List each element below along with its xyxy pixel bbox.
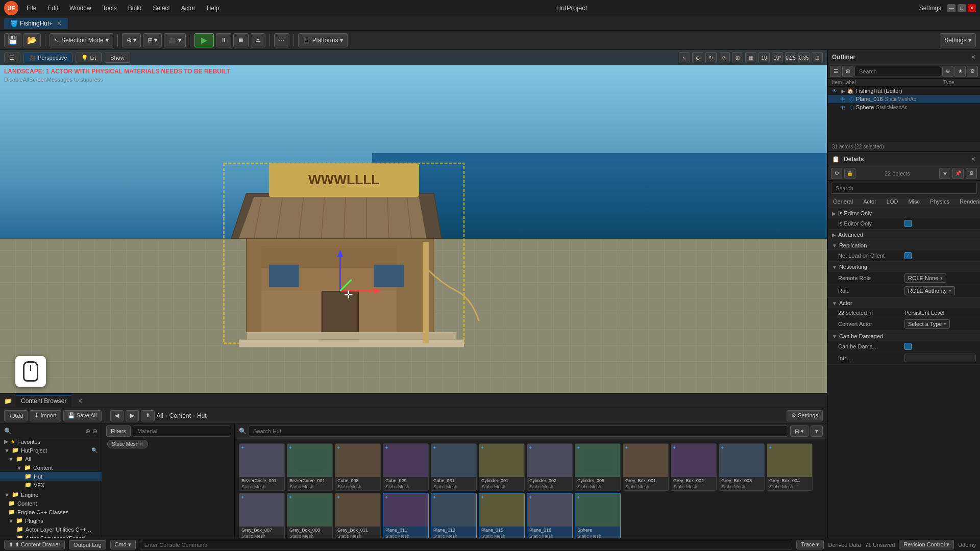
filter-tag-static-mesh[interactable]: Static Mesh ✕ bbox=[107, 440, 148, 448]
outliner-settings2-btn[interactable]: ⚙ bbox=[967, 66, 978, 77]
play-button[interactable]: ▶ bbox=[194, 33, 214, 47]
layout-btn[interactable]: ⊡ bbox=[812, 52, 823, 63]
rotate-btn[interactable]: ↻ bbox=[705, 52, 717, 63]
tab-rendering[interactable]: Rendering bbox=[954, 196, 980, 208]
section-can-damage-header[interactable]: ▼ Can be Damaged bbox=[828, 331, 980, 341]
tab-lod[interactable]: LOD bbox=[881, 196, 903, 208]
asset-item[interactable]: ✦ Cylinder_002 Static Mesh bbox=[527, 443, 573, 491]
outliner-settings-btn[interactable]: ☰ bbox=[830, 66, 841, 77]
breadcrumb-hut[interactable]: Hut bbox=[197, 412, 207, 419]
show-button[interactable]: Show bbox=[105, 53, 130, 63]
derived-data-label[interactable]: Derived Data bbox=[828, 542, 861, 548]
scale-btn[interactable]: ⟳ bbox=[719, 52, 730, 63]
transform-button[interactable]: ⊕ ▾ bbox=[122, 33, 141, 47]
initial-life-input[interactable] bbox=[904, 354, 976, 362]
filters-button[interactable]: Filters bbox=[106, 425, 131, 437]
camera-button[interactable]: 🎥 ▾ bbox=[164, 33, 185, 47]
convert-actor-dropdown[interactable]: Select a Type ▾ bbox=[904, 319, 950, 329]
asset-item[interactable]: ✦ Plane_011 Static Mesh bbox=[383, 493, 429, 540]
trace-button[interactable]: Trace ▾ bbox=[796, 540, 824, 549]
asset-item[interactable]: ✦ Cube_031 Static Mesh bbox=[431, 443, 477, 491]
grid-value[interactable]: 10 bbox=[758, 52, 770, 63]
details-search-input[interactable] bbox=[831, 183, 977, 194]
asset-item[interactable]: ✦ Grey_Box_011 Static Mesh bbox=[335, 493, 381, 540]
tab-misc[interactable]: Misc bbox=[903, 196, 925, 208]
outliner-eye-icon[interactable]: 👁 bbox=[840, 105, 847, 110]
tree-content[interactable]: ▼ 📁 Content bbox=[0, 463, 102, 472]
tree-actor-layer[interactable]: 📁 Actor Layer Utilities C++ Cla… bbox=[0, 525, 102, 534]
open-button[interactable]: 📂 bbox=[23, 33, 41, 47]
details-pin-btn[interactable]: 📌 bbox=[952, 168, 964, 179]
settings-dropdown-button[interactable]: Settings ▾ bbox=[940, 33, 976, 47]
camera-speed-btn[interactable]: ⊞ bbox=[732, 52, 743, 63]
save-all-button[interactable]: 💾 Save All bbox=[63, 410, 102, 421]
outliner-star-btn[interactable]: ★ bbox=[954, 66, 966, 77]
save-button[interactable]: 💾 bbox=[4, 33, 21, 47]
nav-back-button[interactable]: ◀ bbox=[110, 410, 124, 421]
sort-button[interactable]: ⊞ ▾ bbox=[790, 425, 808, 437]
tree-engine-cpp[interactable]: 📁 Engine C++ Classes bbox=[0, 508, 102, 516]
outliner-filter-btn[interactable]: ⊞ bbox=[842, 66, 853, 77]
details-lock-btn[interactable]: 🔒 bbox=[844, 168, 855, 179]
asset-item[interactable]: ✦ Cylinder_005 Static Mesh bbox=[575, 443, 621, 491]
scale-value2[interactable]: 0.35 bbox=[798, 52, 810, 63]
settings-button[interactable]: Settings bbox=[919, 5, 941, 12]
menu-window[interactable]: Window bbox=[64, 3, 96, 14]
tree-all[interactable]: ▼ 📁 All bbox=[0, 455, 102, 463]
outliner-add-btn[interactable]: ⊕ bbox=[942, 66, 953, 77]
can-damage-checkbox[interactable] bbox=[904, 343, 912, 350]
outliner-item-plane016[interactable]: 👁 ⬡ Plane_016 StaticMeshAc bbox=[828, 95, 980, 103]
tree-engine-content[interactable]: 📁 Content bbox=[0, 499, 102, 508]
tree-hutproject[interactable]: ▼ 📁 HutProject 🔍 bbox=[0, 446, 102, 455]
menu-help[interactable]: Help bbox=[202, 3, 225, 14]
outliner-close[interactable]: ✕ bbox=[971, 54, 976, 61]
menu-edit[interactable]: Edit bbox=[42, 3, 63, 14]
asset-item[interactable]: ✦ Grey_Box_002 Static Mesh bbox=[671, 443, 717, 491]
outliner-eye-icon[interactable]: 👁 bbox=[840, 96, 847, 102]
asset-item[interactable]: ✦ Grey_Box_003 Static Mesh bbox=[719, 443, 765, 491]
menu-file[interactable]: File bbox=[21, 3, 41, 14]
revision-button[interactable]: Revision Control ▾ bbox=[899, 540, 954, 549]
section-actor-header[interactable]: ▼ Actor bbox=[828, 298, 980, 308]
details-star-btn[interactable]: ★ bbox=[939, 168, 950, 179]
asset-item[interactable]: ✦ Grey_Box_007 Static Mesh bbox=[239, 493, 285, 540]
menu-build[interactable]: Build bbox=[123, 3, 147, 14]
tree-engine[interactable]: ▼ 📁 Engine bbox=[0, 490, 102, 499]
net-load-checkbox[interactable]: ✓ bbox=[904, 252, 912, 259]
asset-item[interactable]: ✦ Cube_029 Static Mesh bbox=[383, 443, 429, 491]
role-dropdown[interactable]: ROLE Authority ▾ bbox=[904, 286, 955, 295]
asset-item[interactable]: ✦ Cylinder_001 Static Mesh bbox=[479, 443, 525, 491]
import-button[interactable]: ⬇ Import bbox=[30, 410, 61, 421]
asset-item[interactable]: ✦ Plane_015 Static Mesh bbox=[479, 493, 525, 540]
sidebar-expand-btn[interactable]: ⊕ bbox=[85, 428, 90, 435]
cb-settings-button[interactable]: ⚙ Settings bbox=[787, 410, 823, 421]
transform-mode-btn[interactable]: ↖ bbox=[679, 52, 690, 63]
asset-item[interactable]: ✦ Grey_Box_008 Static Mesh bbox=[287, 493, 333, 540]
outliner-item-fishinghut[interactable]: 👁 ▶ 🏠 FishingHut (Editor) bbox=[828, 87, 980, 95]
sidebar-collapse-btn[interactable]: ⊖ bbox=[92, 428, 97, 435]
outliner-item-sphere[interactable]: 👁 ⬡ Sphere StaticMeshAc bbox=[828, 103, 980, 111]
tab-physics[interactable]: Physics bbox=[925, 196, 954, 208]
section-replication-header[interactable]: ▼ Replication bbox=[828, 240, 980, 251]
lit-button[interactable]: 💡 Lit bbox=[76, 53, 102, 63]
tree-plugins[interactable]: ▼ 📁 Plugins bbox=[0, 516, 102, 525]
snap-button[interactable]: ⊞ ▾ bbox=[143, 33, 162, 47]
asset-item[interactable]: ✦ BezierCurve_001 Static Mesh bbox=[287, 443, 333, 491]
breadcrumb-all[interactable]: All bbox=[157, 412, 163, 419]
maximize-button[interactable]: □ bbox=[958, 4, 966, 12]
asset-item[interactable]: ✦ Plane_016 Static Mesh bbox=[527, 493, 573, 540]
is-editor-only-checkbox[interactable] bbox=[904, 220, 912, 227]
move-btn[interactable]: ⊕ bbox=[692, 52, 703, 63]
more-button[interactable]: ⋯ bbox=[274, 33, 289, 47]
add-button[interactable]: + Add bbox=[4, 410, 28, 421]
details-settings2-btn[interactable]: ⚙ bbox=[966, 168, 977, 179]
outliner-search-input[interactable] bbox=[854, 66, 941, 77]
close-button[interactable]: ✕ bbox=[968, 4, 976, 12]
tab-close[interactable]: ✕ bbox=[57, 20, 62, 27]
menu-tools[interactable]: Tools bbox=[97, 3, 122, 14]
cmd-button[interactable]: Cmd ▾ bbox=[110, 540, 136, 549]
eject-button[interactable]: ⏏ bbox=[251, 33, 265, 47]
section-networking-header[interactable]: ▼ Networking bbox=[828, 262, 980, 272]
viewport-options-button[interactable]: ☰ bbox=[4, 53, 20, 63]
scale-value1[interactable]: 0.25 bbox=[785, 52, 796, 63]
